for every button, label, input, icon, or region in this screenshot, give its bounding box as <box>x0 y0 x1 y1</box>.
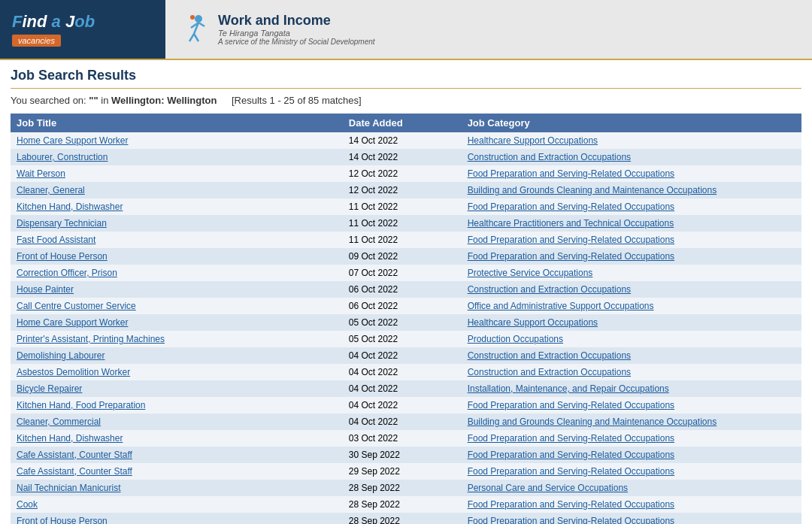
wai-text: Work and Income Te Hiranga Tangata A ser… <box>218 13 375 46</box>
job-title-link[interactable]: Fast Food Assistant <box>17 235 95 245</box>
table-header-row: Job Title Date Added Job Category <box>11 114 801 132</box>
table-row: House Painter06 Oct 2022Construction and… <box>11 281 801 298</box>
job-category-link[interactable]: Construction and Extraction Occupations <box>468 367 631 377</box>
table-cell-title: Cleaner, General <box>11 182 343 198</box>
job-title-link[interactable]: Wait Person <box>17 168 65 179</box>
job-title-link[interactable]: Labourer, Construction <box>17 152 108 162</box>
job-category-link[interactable]: Construction and Extraction Occupations <box>468 152 631 162</box>
table-cell-category: Building and Grounds Cleaning and Mainte… <box>462 182 801 198</box>
job-category-link[interactable]: Installation, Maintenance, and Repair Oc… <box>468 383 669 394</box>
job-category-link[interactable]: Building and Grounds Cleaning and Mainte… <box>468 416 717 427</box>
table-row: Printer's Assistant, Printing Machines05… <box>11 331 801 347</box>
job-category-link[interactable]: Protective Service Occupations <box>468 268 593 278</box>
job-category-link[interactable]: Office and Administrative Support Occupa… <box>468 301 654 311</box>
job-title-link[interactable]: House Painter <box>17 284 74 295</box>
job-category-link[interactable]: Food Preparation and Serving-Related Occ… <box>468 400 675 410</box>
logo-title: Find a Job <box>12 12 95 32</box>
table-cell-date: 11 Oct 2022 <box>343 198 462 215</box>
job-title-link[interactable]: Asbestos Demolition Worker <box>17 367 130 377</box>
col-header-date: Date Added <box>343 114 462 132</box>
job-title-link[interactable]: Home Care Support Worker <box>17 135 129 146</box>
table-cell-title: Demolishing Labourer <box>11 347 343 364</box>
table-cell-date: 07 Oct 2022 <box>343 265 462 281</box>
table-cell-title: Correction Officer, Prison <box>11 265 343 281</box>
job-category-link[interactable]: Healthcare Practitioners and Technical O… <box>468 218 674 229</box>
table-cell-category: Food Preparation and Serving-Related Occ… <box>462 463 801 480</box>
main-content: Job Search Results You searched on: "" i… <box>0 60 812 524</box>
table-row: Dispensary Technician11 Oct 2022Healthca… <box>11 215 801 232</box>
job-title-link[interactable]: Kitchen Hand, Dishwasher <box>17 433 123 444</box>
job-category-link[interactable]: Food Preparation and Serving-Related Occ… <box>468 235 675 245</box>
find-a-job-logo[interactable]: Find a Job vacancies <box>0 0 165 59</box>
table-cell-category: Building and Grounds Cleaning and Mainte… <box>462 413 801 430</box>
table-cell-category: Food Preparation and Serving-Related Occ… <box>462 248 801 265</box>
job-category-link[interactable]: Food Preparation and Serving-Related Occ… <box>468 466 675 477</box>
svg-line-3 <box>194 34 198 41</box>
table-cell-date: 11 Oct 2022 <box>343 215 462 232</box>
job-category-link[interactable]: Food Preparation and Serving-Related Occ… <box>468 516 675 524</box>
table-cell-category: Food Preparation and Serving-Related Occ… <box>462 447 801 463</box>
job-category-link[interactable]: Food Preparation and Serving-Related Occ… <box>468 168 675 179</box>
job-title-link[interactable]: Front of House Person <box>17 251 108 262</box>
wai-subtitle: Te Hiranga Tangata <box>218 29 375 38</box>
job-category-link[interactable]: Food Preparation and Serving-Related Occ… <box>468 450 675 460</box>
job-category-link[interactable]: Food Preparation and Serving-Related Occ… <box>468 433 675 444</box>
job-title-link[interactable]: Bicycle Repairer <box>17 383 82 394</box>
logo-vacancies: vacancies <box>12 35 61 47</box>
job-title-link[interactable]: Correction Officer, Prison <box>17 268 117 278</box>
wai-service: A service of the Ministry of Social Deve… <box>218 38 375 46</box>
job-title-link[interactable]: Demolishing Labourer <box>17 350 105 361</box>
job-category-link[interactable]: Food Preparation and Serving-Related Occ… <box>468 201 675 212</box>
table-cell-date: 11 Oct 2022 <box>343 232 462 248</box>
job-title-link[interactable]: Kitchen Hand, Food Preparation <box>17 400 145 410</box>
job-title-link[interactable]: Dispensary Technician <box>17 218 107 229</box>
col-header-title: Job Title <box>11 114 343 132</box>
table-cell-title: Home Care Support Worker <box>11 314 343 331</box>
results-table: Job Title Date Added Job Category Home C… <box>11 114 801 524</box>
job-category-link[interactable]: Construction and Extraction Occupations <box>468 350 631 361</box>
table-row: Bicycle Repairer04 Oct 2022Installation,… <box>11 380 801 397</box>
table-cell-title: Call Centre Customer Service <box>11 298 343 314</box>
job-category-link[interactable]: Healthcare Support Occupations <box>468 135 598 146</box>
job-category-link[interactable]: Production Occupations <box>468 334 563 344</box>
search-term: "" <box>89 95 98 106</box>
job-title-link[interactable]: Printer's Assistant, Printing Machines <box>17 334 165 344</box>
results-count: [Results 1 - 25 of 85 matches] <box>232 95 362 106</box>
job-title-link[interactable]: Cook <box>17 499 38 510</box>
table-cell-title: Labourer, Construction <box>11 149 343 165</box>
table-cell-title: Wait Person <box>11 165 343 182</box>
table-row: Cleaner, Commercial04 Oct 2022Building a… <box>11 413 801 430</box>
job-title-link[interactable]: Front of House Person <box>17 516 108 524</box>
table-cell-title: Cafe Assistant, Counter Staff <box>11 463 343 480</box>
job-category-link[interactable]: Construction and Extraction Occupations <box>468 284 631 295</box>
job-category-link[interactable]: Food Preparation and Serving-Related Occ… <box>468 251 675 262</box>
job-title-link[interactable]: Nail Technician Manicurist <box>17 483 121 493</box>
job-category-link[interactable]: Building and Grounds Cleaning and Mainte… <box>468 185 717 195</box>
table-cell-date: 04 Oct 2022 <box>343 347 462 364</box>
table-row: Wait Person12 Oct 2022Food Preparation a… <box>11 165 801 182</box>
job-title-link[interactable]: Kitchen Hand, Dishwasher <box>17 201 123 212</box>
table-cell-date: 12 Oct 2022 <box>343 165 462 182</box>
table-cell-title: Cafe Assistant, Counter Staff <box>11 447 343 463</box>
wai-title: Work and Income <box>218 13 375 29</box>
table-cell-title: House Painter <box>11 281 343 298</box>
job-title-link[interactable]: Cafe Assistant, Counter Staff <box>17 450 132 460</box>
header: Find a Job vacancies Work and Income Te … <box>0 0 812 60</box>
table-row: Demolishing Labourer04 Oct 2022Construct… <box>11 347 801 364</box>
job-title-link[interactable]: Cleaner, General <box>17 185 85 195</box>
job-title-link[interactable]: Call Centre Customer Service <box>17 301 136 311</box>
table-cell-title: Asbestos Demolition Worker <box>11 364 343 380</box>
table-cell-title: Kitchen Hand, Dishwasher <box>11 198 343 215</box>
job-title-link[interactable]: Cafe Assistant, Counter Staff <box>17 466 132 477</box>
table-cell-category: Production Occupations <box>462 331 801 347</box>
job-title-link[interactable]: Home Care Support Worker <box>17 317 129 328</box>
table-row: Call Centre Customer Service06 Oct 2022O… <box>11 298 801 314</box>
table-cell-category: Construction and Extraction Occupations <box>462 347 801 364</box>
table-row: Home Care Support Worker14 Oct 2022Healt… <box>11 132 801 149</box>
job-category-link[interactable]: Personal Care and Service Occupations <box>468 483 628 493</box>
table-cell-date: 04 Oct 2022 <box>343 397 462 413</box>
job-category-link[interactable]: Food Preparation and Serving-Related Occ… <box>468 499 675 510</box>
job-title-link[interactable]: Cleaner, Commercial <box>17 416 101 427</box>
job-category-link[interactable]: Healthcare Support Occupations <box>468 317 598 328</box>
wai-figure-icon <box>177 13 211 46</box>
